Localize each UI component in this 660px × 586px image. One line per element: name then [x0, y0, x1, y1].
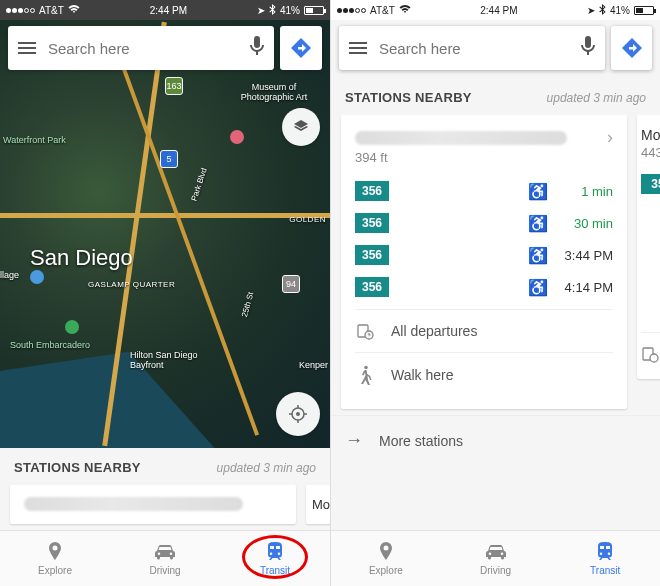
tab-driving[interactable]: Driving	[110, 531, 220, 586]
map-pin-icon[interactable]	[230, 130, 244, 144]
action-label: All departures	[391, 323, 477, 339]
station-card[interactable]: › 394 ft 356 ♿ 1 min 356 ♿ 30 min 356	[341, 115, 627, 409]
menu-icon[interactable]	[349, 42, 367, 54]
directions-button[interactable]	[280, 26, 322, 70]
all-departures-row[interactable]: All departures	[355, 309, 613, 352]
map-area-label: Kenper	[299, 360, 328, 370]
stations-list-view: STATIONS NEARBY updated 3 min ago › 394 …	[331, 0, 660, 530]
tab-explore[interactable]: Explore	[0, 531, 110, 586]
map-area-label: GASLAMP QUARTER	[88, 280, 175, 289]
wheelchair-icon: ♿	[531, 280, 545, 294]
search-bar-container	[8, 26, 322, 70]
my-location-button[interactable]	[276, 392, 320, 436]
location-arrow-icon: ➤	[587, 5, 595, 16]
bluetooth-icon	[599, 4, 606, 17]
map-area-label: South Embarcadero	[10, 340, 90, 350]
stations-header: STATIONS NEARBY	[345, 90, 472, 105]
map-poi-label: Museum of Photographic Art	[234, 82, 314, 102]
walk-icon	[355, 365, 375, 385]
map-layers-button[interactable]	[282, 108, 320, 146]
eta-label: 1 min	[555, 184, 613, 199]
tab-transit[interactable]: Transit	[550, 531, 660, 586]
map-area-label: Waterfront Park	[3, 135, 66, 145]
action-label: Walk here	[391, 367, 454, 383]
highway-shield: 94	[282, 275, 300, 293]
tab-driving[interactable]: Driving	[441, 531, 551, 586]
tab-label: Explore	[38, 565, 72, 576]
pin-icon	[44, 542, 66, 562]
svg-point-1	[296, 412, 300, 416]
phone-left: AT&T 2:44 PM ➤ 41%	[0, 0, 330, 586]
stations-updated: updated 3 min ago	[217, 461, 316, 475]
battery-icon	[634, 6, 654, 15]
station-card-peek[interactable]: Mo	[306, 485, 330, 524]
map-pin-icon[interactable]	[30, 270, 44, 284]
phone-right: AT&T 2:44 PM ➤ 41% STATIONS NEARBY up	[330, 0, 660, 586]
station-card[interactable]	[10, 485, 296, 524]
departure-row: 356 ♿ 4:14 PM	[355, 271, 613, 303]
tab-transit[interactable]: Transit	[220, 531, 330, 586]
tab-label: Transit	[590, 565, 620, 576]
pin-icon	[375, 542, 397, 562]
tab-explore[interactable]: Explore	[331, 531, 441, 586]
more-stations-row[interactable]: → More stations	[331, 415, 660, 465]
bottom-tab-bar: Explore Driving Transit	[0, 530, 330, 586]
wifi-icon	[68, 4, 80, 16]
battery-pct: 41%	[280, 5, 300, 16]
search-bar-container	[339, 26, 652, 70]
map-city-label: San Diego	[30, 245, 133, 271]
chevron-right-icon[interactable]: ›	[607, 127, 613, 148]
map-satellite-view[interactable]: San Diego Waterfront Park GASLAMP QUARTE…	[0, 20, 330, 448]
search-input[interactable]	[379, 40, 569, 57]
eta-label: 4:14 PM	[555, 280, 613, 295]
departure-row: 356 ♿ 1 min	[355, 175, 613, 207]
wifi-icon	[399, 4, 411, 16]
train-icon	[594, 542, 616, 562]
car-icon	[485, 542, 507, 562]
peek-name: Mo	[641, 127, 660, 143]
departure-row: 356 ♿ 30 min	[355, 207, 613, 239]
departure-row: 356 ♿ 3:44 PM	[355, 239, 613, 271]
route-badge: 356	[355, 181, 389, 201]
car-icon	[154, 542, 176, 562]
wheelchair-icon: ♿	[531, 216, 545, 230]
station-name-blurred	[24, 497, 243, 511]
eta-label: 3:44 PM	[555, 248, 613, 263]
mic-icon[interactable]	[250, 36, 264, 60]
wheelchair-icon: ♿	[531, 184, 545, 198]
battery-icon	[304, 6, 324, 15]
station-card-peek[interactable]: Mo 443 35	[637, 115, 660, 379]
status-bar: AT&T 2:44 PM ➤ 41%	[0, 0, 330, 20]
highway-shield: 163	[165, 77, 183, 95]
bottom-tab-bar: Explore Driving Transit	[331, 530, 660, 586]
svg-point-4	[364, 366, 368, 370]
walk-here-row[interactable]: Walk here	[355, 352, 613, 397]
schedule-icon	[355, 322, 375, 340]
directions-button[interactable]	[611, 26, 652, 70]
mic-icon[interactable]	[581, 36, 595, 60]
search-input[interactable]	[48, 40, 238, 57]
route-badge: 356	[355, 245, 389, 265]
route-badge: 35	[641, 174, 660, 194]
menu-icon[interactable]	[18, 42, 36, 54]
stations-header: STATIONS NEARBY	[14, 460, 141, 475]
battery-pct: 41%	[610, 5, 630, 16]
wheelchair-icon: ♿	[531, 248, 545, 262]
svg-point-6	[650, 354, 658, 362]
station-distance: 394 ft	[355, 150, 613, 165]
peek-dist: 443	[641, 145, 660, 160]
tab-label: Explore	[369, 565, 403, 576]
clock: 2:44 PM	[150, 5, 187, 16]
stations-panel-peek[interactable]: STATIONS NEARBY updated 3 min ago Mo	[0, 448, 330, 530]
schedule-icon	[641, 332, 660, 367]
arrow-right-icon: →	[345, 430, 363, 451]
route-badge: 356	[355, 213, 389, 233]
carrier-label: AT&T	[370, 5, 395, 16]
search-box[interactable]	[8, 26, 274, 70]
route-badge: 356	[355, 277, 389, 297]
map-area-label: GOLDEN	[289, 215, 326, 224]
map-pin-icon[interactable]	[65, 320, 79, 334]
search-box[interactable]	[339, 26, 605, 70]
location-arrow-icon: ➤	[257, 5, 265, 16]
highway-shield: 5	[160, 150, 178, 168]
